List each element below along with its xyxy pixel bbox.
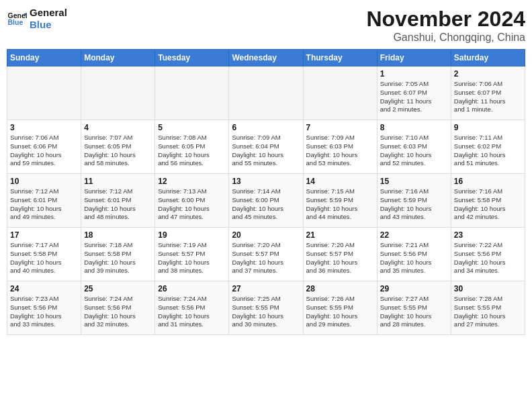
day-info: Sunrise: 7:10 AM Sunset: 6:03 PM Dayligh…	[380, 134, 448, 168]
calendar-cell	[7, 66, 81, 120]
calendar-cell: 7Sunrise: 7:09 AM Sunset: 6:03 PM Daylig…	[303, 120, 377, 174]
calendar-week-5: 24Sunrise: 7:23 AM Sunset: 5:56 PM Dayli…	[7, 281, 525, 335]
day-info: Sunrise: 7:27 AM Sunset: 5:55 PM Dayligh…	[380, 295, 448, 329]
day-number: 20	[232, 230, 300, 240]
calendar-cell: 4Sunrise: 7:07 AM Sunset: 6:05 PM Daylig…	[81, 120, 155, 174]
calendar-cell: 6Sunrise: 7:09 AM Sunset: 6:04 PM Daylig…	[229, 120, 303, 174]
day-number: 21	[306, 230, 374, 240]
day-number: 28	[306, 284, 374, 293]
calendar-cell: 28Sunrise: 7:26 AM Sunset: 5:55 PM Dayli…	[303, 281, 377, 335]
day-number: 10	[10, 177, 78, 186]
calendar-cell: 26Sunrise: 7:24 AM Sunset: 5:56 PM Dayli…	[155, 281, 229, 335]
day-info: Sunrise: 7:20 AM Sunset: 5:57 PM Dayligh…	[232, 241, 300, 275]
day-info: Sunrise: 7:16 AM Sunset: 5:59 PM Dayligh…	[380, 187, 448, 222]
calendar-cell: 13Sunrise: 7:14 AM Sunset: 6:00 PM Dayli…	[229, 174, 303, 228]
day-info: Sunrise: 7:11 AM Sunset: 6:02 PM Dayligh…	[454, 134, 522, 168]
day-info: Sunrise: 7:24 AM Sunset: 5:56 PM Dayligh…	[158, 295, 226, 329]
day-info: Sunrise: 7:07 AM Sunset: 6:05 PM Dayligh…	[84, 134, 152, 168]
calendar-cell: 3Sunrise: 7:06 AM Sunset: 6:06 PM Daylig…	[7, 120, 81, 174]
calendar-week-2: 3Sunrise: 7:06 AM Sunset: 6:06 PM Daylig…	[7, 120, 525, 174]
day-info: Sunrise: 7:08 AM Sunset: 6:05 PM Dayligh…	[158, 134, 226, 168]
calendar-cell: 12Sunrise: 7:13 AM Sunset: 6:00 PM Dayli…	[155, 174, 229, 228]
calendar-cell	[81, 66, 155, 120]
calendar-cell: 29Sunrise: 7:27 AM Sunset: 5:55 PM Dayli…	[377, 281, 451, 335]
logo-line1: General	[30, 7, 67, 19]
day-info: Sunrise: 7:21 AM Sunset: 5:56 PM Dayligh…	[380, 241, 448, 275]
calendar-cell: 24Sunrise: 7:23 AM Sunset: 5:56 PM Dayli…	[7, 281, 81, 335]
calendar-cell: 16Sunrise: 7:16 AM Sunset: 5:58 PM Dayli…	[451, 174, 525, 228]
day-info: Sunrise: 7:15 AM Sunset: 5:59 PM Dayligh…	[306, 187, 374, 222]
day-info: Sunrise: 7:12 AM Sunset: 6:01 PM Dayligh…	[10, 187, 78, 222]
day-info: Sunrise: 7:28 AM Sunset: 5:55 PM Dayligh…	[454, 295, 522, 329]
title-block: November 2024 Ganshui, Chongqing, China	[366, 7, 525, 44]
calendar-cell: 22Sunrise: 7:21 AM Sunset: 5:56 PM Dayli…	[377, 228, 451, 281]
day-number: 26	[158, 284, 226, 293]
day-info: Sunrise: 7:09 AM Sunset: 6:04 PM Dayligh…	[232, 134, 300, 168]
day-number: 24	[10, 284, 78, 293]
day-info: Sunrise: 7:18 AM Sunset: 5:58 PM Dayligh…	[84, 241, 152, 275]
logo-line2: Blue	[30, 19, 67, 31]
day-number: 19	[158, 230, 226, 240]
day-info: Sunrise: 7:09 AM Sunset: 6:03 PM Dayligh…	[306, 134, 374, 168]
day-number: 27	[232, 284, 300, 293]
calendar-cell: 21Sunrise: 7:20 AM Sunset: 5:57 PM Dayli…	[303, 228, 377, 281]
weekday-header-tuesday: Tuesday	[155, 50, 229, 66]
day-number: 11	[84, 177, 152, 186]
day-number: 12	[158, 177, 226, 186]
day-info: Sunrise: 7:25 AM Sunset: 5:55 PM Dayligh…	[232, 295, 300, 329]
day-number: 1	[380, 69, 448, 79]
day-number: 22	[380, 230, 448, 240]
day-number: 29	[380, 284, 448, 293]
day-info: Sunrise: 7:06 AM Sunset: 6:07 PM Dayligh…	[454, 80, 522, 114]
calendar-cell: 10Sunrise: 7:12 AM Sunset: 6:01 PM Dayli…	[7, 174, 81, 228]
calendar-cell: 2Sunrise: 7:06 AM Sunset: 6:07 PM Daylig…	[451, 66, 525, 120]
day-info: Sunrise: 7:14 AM Sunset: 6:00 PM Dayligh…	[232, 187, 300, 222]
day-number: 25	[84, 284, 152, 293]
location: Ganshui, Chongqing, China	[366, 32, 525, 44]
day-number: 9	[454, 123, 522, 132]
calendar-body: 1Sunrise: 7:05 AM Sunset: 6:07 PM Daylig…	[7, 66, 525, 335]
weekday-header-monday: Monday	[81, 50, 155, 66]
day-number: 14	[306, 177, 374, 186]
calendar-cell: 9Sunrise: 7:11 AM Sunset: 6:02 PM Daylig…	[451, 120, 525, 174]
calendar-cell: 27Sunrise: 7:25 AM Sunset: 5:55 PM Dayli…	[229, 281, 303, 335]
day-number: 3	[10, 123, 78, 132]
weekday-header-friday: Friday	[377, 50, 451, 66]
calendar-header-row: SundayMondayTuesdayWednesdayThursdayFrid…	[7, 50, 525, 66]
calendar: SundayMondayTuesdayWednesdayThursdayFrid…	[7, 49, 525, 335]
calendar-cell: 23Sunrise: 7:22 AM Sunset: 5:56 PM Dayli…	[451, 228, 525, 281]
day-info: Sunrise: 7:20 AM Sunset: 5:57 PM Dayligh…	[306, 241, 374, 275]
logo: General Blue General Blue	[7, 7, 67, 31]
calendar-cell: 19Sunrise: 7:19 AM Sunset: 5:57 PM Dayli…	[155, 228, 229, 281]
calendar-week-1: 1Sunrise: 7:05 AM Sunset: 6:07 PM Daylig…	[7, 66, 525, 120]
calendar-cell: 18Sunrise: 7:18 AM Sunset: 5:58 PM Dayli…	[81, 228, 155, 281]
calendar-cell: 30Sunrise: 7:28 AM Sunset: 5:55 PM Dayli…	[451, 281, 525, 335]
calendar-cell: 17Sunrise: 7:17 AM Sunset: 5:58 PM Dayli…	[7, 228, 81, 281]
day-info: Sunrise: 7:24 AM Sunset: 5:56 PM Dayligh…	[84, 295, 152, 329]
weekday-header-saturday: Saturday	[451, 50, 525, 66]
day-info: Sunrise: 7:17 AM Sunset: 5:58 PM Dayligh…	[10, 241, 78, 275]
calendar-week-3: 10Sunrise: 7:12 AM Sunset: 6:01 PM Dayli…	[7, 174, 525, 228]
day-number: 6	[232, 123, 300, 132]
day-number: 23	[454, 230, 522, 240]
day-info: Sunrise: 7:22 AM Sunset: 5:56 PM Dayligh…	[454, 241, 522, 275]
day-info: Sunrise: 7:19 AM Sunset: 5:57 PM Dayligh…	[158, 241, 226, 275]
weekday-header-thursday: Thursday	[303, 50, 377, 66]
calendar-cell: 8Sunrise: 7:10 AM Sunset: 6:03 PM Daylig…	[377, 120, 451, 174]
weekday-header-sunday: Sunday	[7, 50, 81, 66]
logo-icon: General Blue	[7, 9, 27, 29]
day-number: 16	[454, 177, 522, 186]
page-header: General Blue General Blue November 2024 …	[7, 7, 525, 44]
day-number: 15	[380, 177, 448, 186]
calendar-cell	[155, 66, 229, 120]
day-info: Sunrise: 7:05 AM Sunset: 6:07 PM Dayligh…	[380, 80, 448, 114]
day-number: 7	[306, 123, 374, 132]
calendar-cell: 5Sunrise: 7:08 AM Sunset: 6:05 PM Daylig…	[155, 120, 229, 174]
calendar-cell: 14Sunrise: 7:15 AM Sunset: 5:59 PM Dayli…	[303, 174, 377, 228]
day-number: 2	[454, 69, 522, 79]
weekday-header-wednesday: Wednesday	[229, 50, 303, 66]
day-info: Sunrise: 7:13 AM Sunset: 6:00 PM Dayligh…	[158, 187, 226, 222]
day-number: 13	[232, 177, 300, 186]
day-number: 18	[84, 230, 152, 240]
day-info: Sunrise: 7:12 AM Sunset: 6:01 PM Dayligh…	[84, 187, 152, 222]
